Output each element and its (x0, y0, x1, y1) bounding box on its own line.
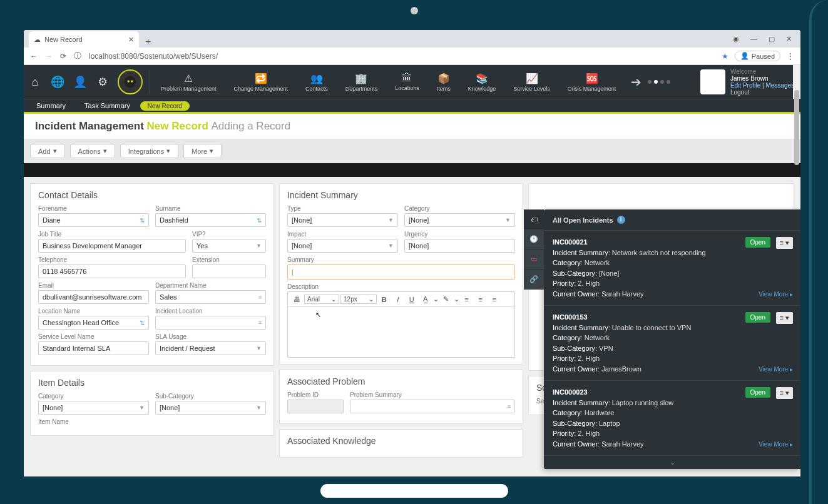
more-button[interactable]: More▾ (183, 144, 222, 158)
home-icon[interactable]: ⌂ (24, 65, 46, 99)
back-icon[interactable]: ← (30, 52, 38, 61)
logout-link[interactable]: Logout (730, 89, 794, 96)
align-right-button[interactable]: ≡ (488, 296, 501, 303)
category-select[interactable]: [None]▼ (404, 213, 515, 227)
extension-icon[interactable]: ◉ (733, 35, 739, 43)
incident-card[interactable]: INC000021 Incident Summary: Network swit… (544, 231, 800, 306)
user-avatar[interactable] (700, 69, 725, 94)
nav-change-management[interactable]: 🔁Change Management (225, 65, 297, 99)
nav-scroll-right-icon[interactable]: ➔ (625, 74, 648, 89)
actions-button[interactable]: Actions▾ (70, 144, 115, 158)
location-field[interactable]: Chessington Head Office⇅ (38, 316, 149, 330)
nav-contacts[interactable]: 👥Contacts (297, 65, 337, 99)
bold-button[interactable]: B (378, 296, 391, 303)
integrations-button[interactable]: Integrations▾ (120, 144, 178, 158)
list-icon[interactable]: ≡ (258, 294, 262, 300)
description-textarea[interactable]: ↖ (288, 307, 514, 357)
nav-locations[interactable]: 🏛Locations (386, 65, 428, 99)
profile-paused-chip[interactable]: 👤 Paused (735, 51, 780, 61)
side-panel-expand[interactable]: ⌄ (544, 456, 800, 469)
view-more-link[interactable]: View More ▸ (759, 440, 793, 449)
view-more-link[interactable]: View More ▸ (759, 365, 793, 374)
sla-field[interactable]: Standard Internal SLA (38, 341, 149, 355)
list-icon[interactable]: ≡ (508, 403, 511, 410)
print-icon[interactable]: 🖶 (290, 296, 303, 303)
extension-field[interactable] (192, 265, 266, 278)
telephone-field[interactable]: 0118 4565776 (38, 265, 186, 278)
urgency-select[interactable]: [None] (404, 239, 515, 253)
view-more-link[interactable]: View More ▸ (759, 290, 793, 299)
highlight-button[interactable]: ✎ (440, 295, 452, 303)
side-tab-tag[interactable]: 🏷 (524, 209, 544, 229)
font-family-select[interactable]: Arial⌄ (304, 295, 339, 304)
nav-crisis-management[interactable]: 🆘Crisis Management (559, 65, 625, 99)
nav-items[interactable]: 📦Items (428, 65, 459, 99)
minimize-icon[interactable]: — (750, 35, 757, 43)
site-info-icon[interactable]: ⓘ (74, 51, 81, 61)
item-category-select[interactable]: [None]▼ (38, 401, 149, 415)
forename-field[interactable]: Diane⇅ (38, 213, 149, 227)
list-icon[interactable]: ≡ (258, 320, 262, 326)
page-scrollbar[interactable] (793, 65, 800, 99)
messages-link[interactable]: Messages (765, 82, 794, 89)
incident-card[interactable]: INC000023 Incident Summary: Laptop runni… (544, 381, 800, 456)
incident-location-field[interactable]: ≡ (155, 316, 266, 330)
agent-avatar-icon[interactable] (118, 69, 143, 94)
gear-icon[interactable]: ⚙ (91, 65, 114, 99)
lookup-icon[interactable]: ⇅ (257, 217, 262, 224)
nav-label: Contacts (305, 86, 328, 92)
tab-summary[interactable]: Summary (28, 99, 74, 112)
incident-menu-button[interactable]: ≡▾ (776, 312, 793, 324)
chevron-down-icon[interactable]: ⌄ (433, 295, 439, 303)
info-icon[interactable]: i (617, 216, 625, 224)
add-button[interactable]: Add▾ (30, 144, 65, 158)
text-color-button[interactable]: A̲ (419, 295, 432, 303)
nav-service-levels[interactable]: 📈Service Levels (504, 65, 559, 99)
bookmark-star-icon[interactable]: ★ (722, 52, 728, 61)
surname-field[interactable]: Dashfield⇅ (155, 213, 266, 227)
person-icon[interactable]: 👤 (69, 65, 91, 99)
incident-menu-button[interactable]: ≡▾ (776, 237, 793, 249)
department-field[interactable]: Sales≡ (155, 290, 266, 304)
forward-icon[interactable]: → (45, 52, 53, 61)
side-tab-doc[interactable]: ▭ (524, 249, 544, 270)
problem-summary-field[interactable]: ≡ (350, 400, 515, 413)
sla-usage-select[interactable]: Incident / Request▼ (155, 341, 266, 355)
vip-select[interactable]: Yes▼ (192, 239, 266, 253)
impact-select[interactable]: [None]▼ (287, 239, 398, 253)
edit-profile-link[interactable]: Edit Profile (730, 82, 760, 89)
item-subcategory-select[interactable]: [None]▼ (155, 401, 266, 415)
summary-input[interactable]: | (287, 265, 515, 280)
problem-id-field[interactable] (287, 400, 344, 413)
nav-problem-management[interactable]: ⚠Problem Management (152, 65, 225, 99)
close-tab-icon[interactable]: ✕ (128, 36, 134, 44)
align-center-button[interactable]: ≡ (474, 296, 487, 303)
incident-menu-button[interactable]: ≡▾ (776, 387, 793, 399)
url-text[interactable]: localhost:8080/Sostenuto/web/SUsers/ (89, 52, 218, 61)
type-select[interactable]: [None]▼ (287, 213, 398, 227)
align-left-button[interactable]: ≡ (461, 296, 473, 303)
globe-icon[interactable]: 🌐 (46, 65, 69, 99)
close-window-icon[interactable]: ✕ (786, 35, 792, 43)
browser-menu-icon[interactable]: ⋮ (787, 52, 794, 61)
underline-button[interactable]: U (406, 296, 418, 303)
nav-departments[interactable]: 🏢Departments (337, 65, 387, 99)
nav-knowledge[interactable]: 📚Knowledge (459, 65, 505, 99)
italic-button[interactable]: I (392, 296, 404, 303)
side-tab-clock[interactable]: 🕐 (524, 229, 544, 249)
tab-new-record[interactable]: New Record (140, 101, 190, 111)
maximize-icon[interactable]: ▢ (769, 35, 775, 43)
incident-card[interactable]: INC000153 Incident Summary: Unable to co… (544, 306, 800, 381)
chevron-down-icon[interactable]: ⌄ (454, 295, 459, 303)
tab-task-summary[interactable]: Task Summary (76, 99, 139, 112)
new-tab-button[interactable]: + (139, 36, 157, 48)
browser-tab[interactable]: ☁ New Record ✕ (29, 31, 139, 48)
email-field[interactable]: dbullivant@sunrisesoftware.com (38, 290, 149, 304)
lookup-icon[interactable]: ⇅ (140, 217, 145, 224)
action-row: Add▾ Actions▾ Integrations▾ More▾ (24, 139, 800, 163)
lookup-icon[interactable]: ⇅ (140, 320, 145, 326)
font-size-select[interactable]: 12px⌄ (340, 295, 377, 304)
reload-icon[interactable]: ⟳ (60, 52, 66, 61)
side-tab-link[interactable]: 🔗 (524, 270, 544, 290)
jobtitle-field[interactable]: Business Development Manager (38, 239, 186, 253)
